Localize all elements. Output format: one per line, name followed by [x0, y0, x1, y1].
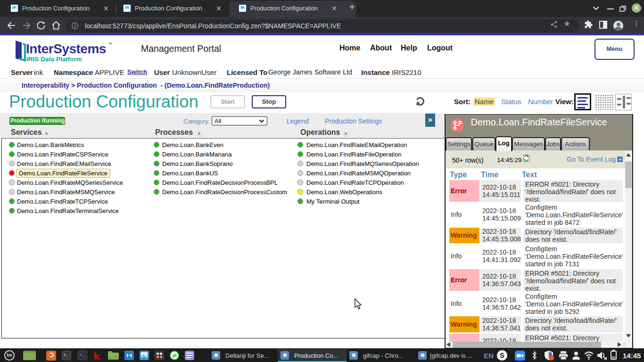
svg-text:™: ™ [108, 42, 112, 47]
svg-text:IRIS Data Platform: IRIS Data Platform [26, 56, 82, 63]
svg-text:InterSystems: InterSystems [26, 41, 106, 56]
